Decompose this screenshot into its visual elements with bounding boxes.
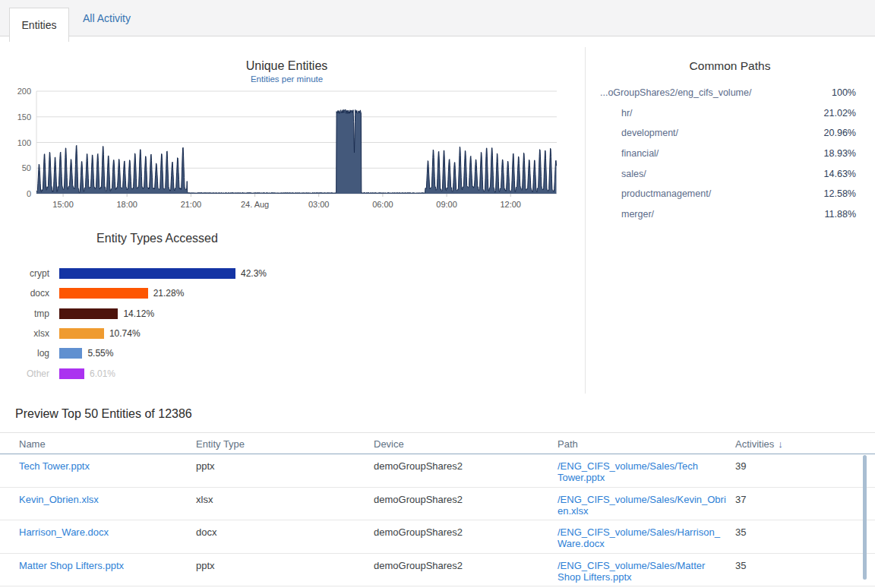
tab-entities-label: Entities [22,19,57,31]
common-path-link[interactable]: hr/ [621,108,633,119]
bar-category-label: docx [0,288,49,299]
common-path-percent: 11.88% [825,209,856,220]
x-tick-label: 06:00 [372,200,393,209]
y-tick-label: 50 [22,163,31,172]
bar-row-log: log5.55% [0,343,319,363]
x-tick-label: 24. Aug [241,200,269,209]
common-path-row: ...oGroupShares2/eng_cifs_volume/100% [585,83,869,103]
bar-segment [59,368,84,379]
bar-category-label: tmp [0,308,49,319]
entity-type-cell: xlsx [196,488,374,520]
entity-path-link[interactable]: /ENG_CIFS_volume/Sales/Kevin_Obrien.xlsx [558,488,735,520]
entity-name-link[interactable]: Tech Tower.pptx [19,454,196,487]
unique-entities-subtitle: Entities per minute [0,74,573,84]
entity-name-link[interactable]: Harrison_Ware.docx [19,520,196,553]
common-path-link[interactable]: development/ [621,128,678,138]
activities-cell: 35 [735,520,875,553]
bar-row-xlsx: xlsx10.74% [0,324,319,343]
entity-types-chart: crypt42.3%docx21.28%tmp14.12%xlsx10.74%l… [0,264,319,384]
common-path-row: productmanagement/12.58% [585,184,869,204]
unique-entities-chart: 05010015020015:0018:0021:0024. Aug03:000… [0,85,562,216]
common-path-percent: 20.96% [824,128,856,138]
bar-row-other: Other6.01% [0,363,319,383]
common-path-percent: 14.63% [824,169,856,179]
y-tick-label: 0 [27,189,31,198]
bar-row-docx: docx21.28% [0,283,319,303]
table-header-row: NameEntity TypeDevicePathActivities↓ [0,432,875,454]
tab-bar: Entities All Activity [0,0,875,36]
bar-segment [59,288,148,299]
table-row[interactable]: Matter Shop Lifters.pptxpptxdemoGroupSha… [0,554,875,587]
entity-name-link[interactable]: Kevin_Obrien.xlsx [19,488,196,520]
x-tick-label: 03:00 [308,200,330,209]
common-path-percent: 12.58% [824,188,856,199]
common-path-link[interactable]: ...oGroupShares2/eng_cifs_volume/ [600,87,751,98]
bar-category-label: log [0,348,49,359]
device-cell: demoGroupShares2 [374,488,558,520]
common-path-row: merger/11.88% [585,204,869,225]
common-path-link[interactable]: financial/ [621,148,659,159]
common-paths-panel: ...oGroupShares2/eng_cifs_volume/100%hr/… [585,83,869,224]
entity-name-link[interactable]: Matter Shop Lifters.pptx [19,554,196,586]
column-header-activities[interactable]: Activities↓ [735,433,875,454]
common-path-link[interactable]: productmanagement/ [621,188,711,199]
y-tick-label: 150 [17,112,31,122]
bar-value-label: 21.28% [153,288,185,299]
common-path-percent: 21.02% [824,108,856,119]
bar-category-label: crypt [0,268,49,279]
common-paths-title: Common Paths [585,59,875,73]
bar-segment [59,328,104,339]
common-path-row: hr/21.02% [585,103,869,124]
tab-all-activity[interactable]: All Activity [75,0,138,36]
entity-path-link[interactable]: /ENG_CIFS_volume/Sales/Tech Tower.pptx [558,454,735,487]
bar-category-label: Other [0,368,49,379]
table-row[interactable]: Tech Tower.pptxpptxdemoGroupShares2/ENG_… [0,454,875,488]
bar-segment [59,268,235,279]
table-row[interactable]: Kevin_Obrien.xlsxxlsxdemoGroupShares2/EN… [0,488,875,521]
activities-cell: 35 [735,554,875,586]
table-body: Tech Tower.pptxpptxdemoGroupShares2/ENG_… [0,454,875,586]
entities-table: NameEntity TypeDevicePathActivities↓ Tec… [0,432,875,586]
y-tick-label: 200 [17,87,31,96]
common-path-row: development/20.96% [585,123,869,144]
activities-cell: 39 [735,454,875,487]
entity-path-link[interactable]: /ENG_CIFS_volume/Sales/Harrison_Ware.doc… [558,520,735,553]
bar-value-label: 10.74% [109,328,141,339]
x-tick-label: 15:00 [52,200,74,209]
x-tick-label: 18:00 [116,200,137,209]
column-header-device[interactable]: Device [374,433,558,454]
common-path-percent: 100% [832,87,856,98]
preview-title: Preview Top 50 Entities of 12386 [15,407,192,421]
common-path-row: sales/14.63% [585,163,869,184]
common-path-row: financial/18.93% [585,144,869,164]
entity-type-cell: pptx [196,454,374,487]
column-header-name[interactable]: Name [19,433,196,454]
bar-category-label: xlsx [0,328,49,339]
bar-value-label: 6.01% [90,368,115,379]
device-cell: demoGroupShares2 [374,554,558,586]
x-tick-label: 09:00 [436,200,457,209]
entity-type-cell: docx [196,520,374,553]
bar-segment [59,308,118,319]
common-path-link[interactable]: merger/ [621,209,654,220]
table-row[interactable]: Harrison_Ware.docxdocxdemoGroupShares2/E… [0,520,875,554]
bar-value-label: 14.12% [123,308,154,319]
column-header-path[interactable]: Path [558,433,735,454]
common-path-link[interactable]: sales/ [621,169,646,179]
bar-segment [59,348,82,359]
device-cell: demoGroupShares2 [374,454,558,487]
bar-value-label: 5.55% [87,348,113,359]
bar-row-tmp: tmp14.12% [0,304,319,324]
entity-path-link[interactable]: /ENG_CIFS_volume/Sales/Matter Shop Lifte… [558,554,735,586]
activities-cell: 37 [735,488,875,520]
unique-entities-title: Unique Entities [0,59,573,73]
tab-entities[interactable]: Entities [9,8,69,42]
area-series-fill [36,109,557,194]
table-scrollbar-thumb[interactable] [863,455,867,580]
tab-all-activity-label: All Activity [83,12,131,24]
device-cell: demoGroupShares2 [374,520,558,553]
column-header-entity-type[interactable]: Entity Type [196,433,374,454]
sort-desc-icon: ↓ [778,438,783,450]
bar-value-label: 42.3% [241,268,267,279]
bar-row-crypt: crypt42.3% [0,264,319,283]
